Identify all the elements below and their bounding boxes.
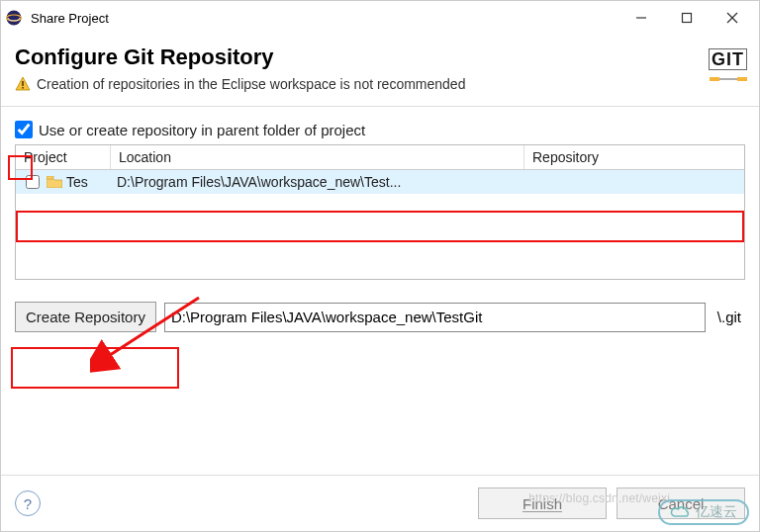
connector-icon [710,74,747,84]
share-project-dialog: Share Project Configure Git Repository C… [0,0,760,532]
minimize-button[interactable] [618,3,664,33]
cell-project: Tes [16,172,111,192]
svg-rect-12 [47,176,53,179]
svg-rect-7 [22,81,24,86]
col-repository[interactable]: Repository [524,145,744,169]
svg-rect-10 [737,77,747,81]
use-parent-folder-option[interactable]: Use or create repository in parent folde… [15,121,745,138]
use-parent-folder-checkbox[interactable] [15,121,33,138]
cell-project-text: Tes [66,174,88,190]
col-location[interactable]: Location [111,145,524,169]
window-controls [618,3,755,33]
git-decoration: GIT [709,48,747,88]
create-repository-row: Create Repository \.git [15,302,745,332]
use-parent-folder-label: Use or create repository in parent folde… [39,122,365,138]
close-button[interactable] [710,3,755,33]
eclipse-icon [5,9,23,27]
dialog-header: Configure Git Repository Creation of rep… [1,35,759,107]
help-button[interactable]: ? [15,490,41,516]
svg-point-0 [7,11,22,26]
warning-icon [15,76,31,92]
projects-table: Project Location Repository Tes D:\Progr… [15,144,745,280]
dialog-heading: Configure Git Repository [15,44,745,70]
watermark-brand: 亿速云 [658,499,749,525]
dialog-body: Use or create repository in parent folde… [1,107,759,475]
table-header: Project Location Repository [16,145,744,170]
svg-rect-8 [22,87,24,89]
warning-text: Creation of repositories in the Eclipse … [37,76,465,92]
svg-rect-3 [683,14,692,23]
svg-rect-9 [710,77,719,81]
cell-location: D:\Program Files\JAVA\workspace_new\Test… [111,174,524,190]
titlebar: Share Project [1,1,759,35]
git-badge-text: GIT [709,48,747,70]
maximize-button[interactable] [664,3,710,33]
repository-suffix-label: \.git [713,309,745,325]
watermark-url: https://blog.csdn.net/weixi [528,491,670,505]
table-row[interactable]: Tes D:\Program Files\JAVA\workspace_new\… [16,170,744,194]
table-body: Tes D:\Program Files\JAVA\workspace_new\… [16,170,744,279]
create-repository-button[interactable]: Create Repository [15,302,156,332]
col-project[interactable]: Project [16,145,111,169]
window-title: Share Project [31,11,618,26]
warning-row: Creation of repositories in the Eclipse … [15,76,745,92]
repository-path-input[interactable] [164,303,706,332]
folder-icon [47,176,62,188]
row-checkbox[interactable] [26,175,40,189]
cloud-icon [670,505,692,519]
